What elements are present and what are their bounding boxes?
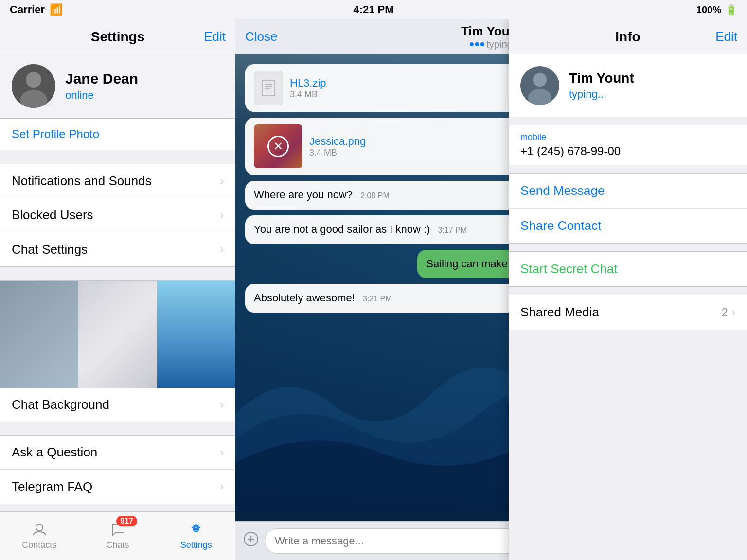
bg-thumb-2[interactable] [78, 281, 157, 388]
svg-point-3 [36, 524, 43, 531]
info-user-details: Tim Yount typing... [569, 70, 634, 101]
shared-media-chevron: › [732, 306, 735, 319]
typing-dots [470, 42, 484, 46]
send-message-action[interactable]: Send Message [509, 174, 747, 209]
attach-button[interactable] [243, 531, 259, 550]
tab-contacts[interactable]: Contacts [0, 512, 78, 560]
image-name: Jessica.png [309, 135, 517, 148]
typing-dot-2 [475, 42, 479, 46]
info-title: Info [615, 29, 640, 45]
contacts-icon [32, 522, 47, 540]
chat-background-label: Chat Background [12, 397, 220, 412]
app-container: Settings Edit Jane Dean online Se [0, 19, 747, 560]
file-name: HL3.zip [290, 77, 517, 89]
info-user-name: Tim Yount [569, 70, 634, 86]
chat-settings-label: Chat Settings [12, 242, 220, 257]
info-phone-value: +1 (245) 678-99-00 [520, 144, 735, 158]
file-info: HL3.zip 3.4 MB [290, 77, 517, 100]
image-size: 3.4 MB [309, 148, 517, 158]
set-photo-row[interactable]: Set Profile Photo [0, 118, 235, 150]
image-info: Jessica.png 3.4 MB [309, 135, 517, 158]
settings-navbar: Settings Edit [0, 19, 235, 54]
info-user-status: typing... [569, 88, 634, 101]
shared-media-label: Shared Media [520, 305, 721, 320]
file-icon [254, 71, 283, 105]
settings-title: Settings [91, 29, 144, 45]
share-contact-label: Share Contact [520, 218, 601, 233]
message-text: You are not a good sailor as I know :) [254, 223, 430, 235]
info-profile: Tim Yount typing... [509, 54, 747, 117]
settings-panel: Settings Edit Jane Dean online Se [0, 19, 235, 560]
set-photo-label[interactable]: Set Profile Photo [12, 127, 99, 140]
battery-icon: 🔋 [725, 4, 737, 16]
bg-thumb-3[interactable] [157, 281, 235, 388]
blocked-users-row[interactable]: Blocked Users › [0, 198, 235, 232]
shared-media-section: Shared Media 2 › [509, 295, 747, 330]
message-text: Where are you now? [254, 189, 353, 201]
chats-badge: 917 [116, 516, 137, 526]
faq-row[interactable]: Telegram FAQ › [0, 470, 235, 504]
info-phone-field: mobile +1 (245) 678-99-00 [509, 125, 747, 165]
ask-question-row[interactable]: Ask a Question › [0, 436, 235, 470]
svg-point-15 [533, 73, 547, 87]
cancel-icon[interactable]: ✕ [267, 136, 289, 157]
info-avatar [520, 66, 559, 105]
image-cancel-overlay[interactable]: ✕ [254, 124, 302, 168]
tab-settings[interactable]: Settings [157, 512, 235, 560]
time-label: 4:21 PM [353, 3, 393, 16]
faq-chevron: › [220, 480, 224, 493]
chat-panel: Close Tim Yount typing Contact [235, 19, 747, 560]
info-contact-section: mobile +1 (245) 678-99-00 [509, 125, 747, 165]
avatar[interactable] [12, 64, 55, 108]
settings-icon [189, 522, 203, 540]
blocked-chevron: › [220, 209, 224, 222]
send-message-label: Send Message [520, 183, 605, 198]
settings-list: Notifications and Sounds › Blocked Users… [0, 164, 235, 267]
close-button[interactable]: Close [245, 29, 277, 44]
tab-bar: Contacts 917 Chats Settings [0, 511, 235, 560]
status-bar: Carrier 📶 4:21 PM 100% 🔋 [0, 0, 747, 19]
info-navbar: Info Edit [509, 19, 747, 54]
chat-background-row[interactable]: Chat Background › [0, 388, 235, 421]
svg-point-1 [26, 72, 41, 88]
faq-label: Telegram FAQ [12, 479, 220, 494]
contacts-label: Contacts [22, 540, 56, 550]
info-secret-section: Start Secret Chat [509, 251, 747, 287]
typing-dot-3 [480, 42, 484, 46]
notifications-row[interactable]: Notifications and Sounds › [0, 164, 235, 198]
ask-question-label: Ask a Question [12, 445, 220, 460]
bg-thumb-1[interactable] [0, 281, 78, 388]
message-time: 3:17 PM [438, 226, 467, 234]
blocked-label: Blocked Users [12, 208, 220, 223]
settings-tab-label: Settings [180, 540, 212, 550]
bg-thumbnails [0, 280, 235, 388]
chat-background-chevron: › [220, 399, 224, 411]
image-preview: ✕ [254, 124, 302, 168]
tab-chats[interactable]: 917 Chats [78, 512, 157, 560]
chats-label: Chats [106, 540, 129, 550]
avatar-image [12, 64, 55, 108]
info-edit-button[interactable]: Edit [715, 29, 737, 44]
share-contact-action[interactable]: Share Contact [509, 209, 747, 243]
chat-settings-row[interactable]: Chat Settings › [0, 232, 235, 266]
info-panel: Info Edit Tim Yount typing... [509, 19, 747, 560]
wifi-icon: 📶 [50, 3, 63, 16]
info-actions: Send Message Share Contact [509, 173, 747, 244]
ask-question-chevron: › [220, 446, 224, 459]
info-avatar-image [520, 66, 559, 105]
notifications-label: Notifications and Sounds [12, 174, 220, 189]
more-settings-list: Ask a Question › Telegram FAQ › [0, 435, 235, 504]
chat-settings-chevron: › [220, 243, 224, 256]
shared-media-count: 2 [721, 306, 728, 319]
battery-label: 100% [696, 4, 721, 16]
svg-rect-5 [262, 80, 275, 96]
secret-chat-label: Start Secret Chat [520, 262, 617, 276]
secret-chat-action[interactable]: Start Secret Chat [509, 252, 747, 286]
typing-dot-1 [470, 42, 474, 46]
background-section: Chat Background › [0, 280, 235, 421]
settings-edit-button[interactable]: Edit [204, 29, 226, 44]
profile-status: online [65, 89, 224, 102]
shared-media-row[interactable]: Shared Media 2 › [509, 295, 747, 330]
info-mobile-label: mobile [520, 132, 735, 142]
profile-name: Jane Dean [65, 70, 224, 87]
